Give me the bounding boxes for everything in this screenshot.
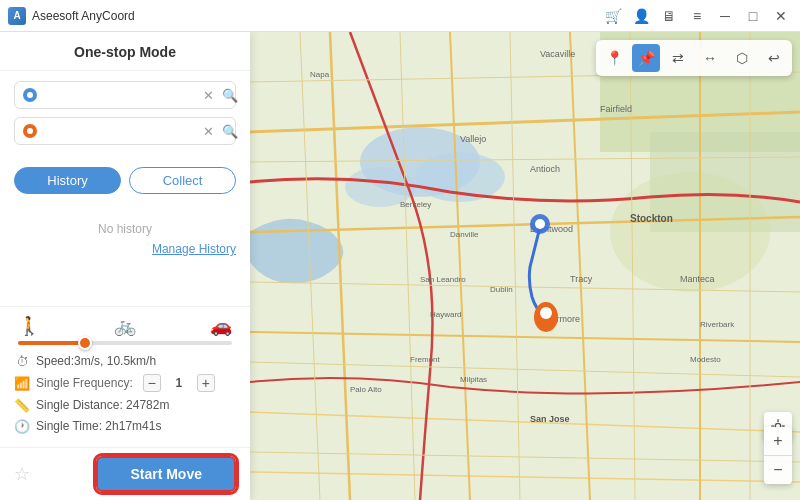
tab-collect[interactable]: Collect (129, 167, 236, 194)
map-shuffle-button[interactable]: ⇄ (664, 44, 692, 72)
svg-text:Hayward: Hayward (430, 310, 462, 319)
map-background: Vacaville Napa Fairfield Vallejo Antioch… (250, 32, 800, 500)
start-dot-inner (27, 92, 33, 98)
zoom-out-button[interactable]: − (764, 456, 792, 484)
svg-text:San Leandro: San Leandro (420, 275, 466, 284)
map-toolbar: 📍 📌 ⇄ ↔ ⬡ ↩ (596, 40, 792, 76)
start-search-button[interactable]: 🔍 (221, 86, 239, 104)
svg-text:Riverbark: Riverbark (700, 320, 735, 329)
frequency-decrease-button[interactable]: − (143, 374, 161, 392)
svg-text:Vallejo: Vallejo (460, 134, 486, 144)
slider-fill (18, 341, 82, 345)
distance-icon: 📏 (14, 397, 30, 413)
map-zoom-controls: + − (764, 427, 792, 484)
end-search-button[interactable]: 🔍 (221, 122, 239, 140)
svg-text:Milpitas: Milpitas (460, 375, 487, 384)
start-input-row: ✕ 🔍 (14, 81, 236, 109)
map-shape-button[interactable]: ⬡ (728, 44, 756, 72)
start-clear-button[interactable]: ✕ (199, 86, 217, 104)
slider-track[interactable] (18, 341, 232, 345)
distance-row: 📏 Single Distance: 24782m (14, 397, 236, 413)
history-area: No history Manage History (0, 202, 250, 306)
frequency-value: 1 (169, 376, 189, 390)
app-logo: A (8, 7, 26, 25)
user-icon[interactable]: 👤 (630, 5, 652, 27)
start-input-actions: ✕ 🔍 (199, 86, 239, 104)
close-button[interactable]: ✕ (770, 5, 792, 27)
no-history-text: No history (14, 222, 236, 236)
map-area[interactable]: Vacaville Napa Fairfield Vallejo Antioch… (250, 32, 800, 500)
svg-text:Vacaville: Vacaville (540, 49, 575, 59)
speed-label: Speed:3m/s, 10.5km/h (36, 354, 156, 368)
title-bar: A Aseesoft AnyCoord 🛒 👤 🖥 ≡ ─ □ ✕ (0, 0, 800, 32)
svg-text:Berkeley: Berkeley (400, 200, 431, 209)
monitor-icon[interactable]: 🖥 (658, 5, 680, 27)
svg-point-48 (535, 219, 545, 229)
title-bar-right: 🛒 👤 🖥 ≡ ─ □ ✕ (602, 5, 792, 27)
start-dot (23, 88, 37, 102)
tabs-section: History Collect (0, 159, 250, 202)
start-input[interactable] (43, 88, 193, 102)
svg-text:Dublin: Dublin (490, 285, 513, 294)
svg-text:Napa: Napa (310, 70, 330, 79)
frequency-label: Single Frequency: (36, 376, 133, 390)
map-location-pin-button[interactable]: 📍 (600, 44, 628, 72)
end-input-actions: ✕ 🔍 (199, 122, 239, 140)
favorite-button[interactable]: ☆ (14, 463, 30, 485)
controls-section: 🚶 🚲 🚗 ⏱ Speed:3m/s, 10.5km/h 📶 Single Fr… (0, 306, 250, 447)
maximize-button[interactable]: □ (742, 5, 764, 27)
end-clear-button[interactable]: ✕ (199, 122, 217, 140)
frequency-row: 📶 Single Frequency: − 1 + (14, 374, 236, 392)
map-back-button[interactable]: ↩ (760, 44, 788, 72)
svg-text:Danville: Danville (450, 230, 479, 239)
svg-text:Palo Alto: Palo Alto (350, 385, 382, 394)
svg-text:Manteca: Manteca (680, 274, 715, 284)
distance-label: Single Distance: 24782m (36, 398, 169, 412)
tab-history[interactable]: History (14, 167, 121, 194)
main-container: One-stop Mode ✕ 🔍 ✕ 🔍 (0, 32, 800, 500)
car-icon[interactable]: 🚗 (210, 315, 232, 337)
map-arrow-button[interactable]: ↔ (696, 44, 724, 72)
manage-history-link[interactable]: Manage History (14, 242, 236, 256)
frequency-increase-button[interactable]: + (197, 374, 215, 392)
svg-text:Fremont: Fremont (410, 355, 441, 364)
svg-point-50 (540, 307, 552, 319)
bottom-bar: ☆ Start Move (0, 447, 250, 500)
speed-slider-container (14, 341, 236, 345)
svg-text:Tracy: Tracy (570, 274, 593, 284)
end-dot (23, 124, 37, 138)
frequency-icon: 📶 (14, 375, 30, 391)
speed-icon: ⏱ (14, 353, 30, 369)
time-label: Single Time: 2h17m41s (36, 419, 161, 433)
slider-thumb[interactable] (78, 336, 92, 350)
frequency-control: − 1 + (143, 374, 215, 392)
svg-text:Modesto: Modesto (690, 355, 721, 364)
end-input[interactable] (43, 124, 193, 138)
transport-icons: 🚶 🚲 🚗 (14, 315, 236, 337)
svg-text:Antioch: Antioch (530, 164, 560, 174)
left-panel: One-stop Mode ✕ 🔍 ✕ 🔍 (0, 32, 250, 500)
time-row: 🕐 Single Time: 2h17m41s (14, 418, 236, 434)
bike-icon[interactable]: 🚲 (114, 315, 136, 337)
svg-text:Fairfield: Fairfield (600, 104, 632, 114)
speed-row: ⏱ Speed:3m/s, 10.5km/h (14, 353, 236, 369)
menu-icon[interactable]: ≡ (686, 5, 708, 27)
end-input-row: ✕ 🔍 (14, 117, 236, 145)
map-route-button[interactable]: 📌 (632, 44, 660, 72)
zoom-in-button[interactable]: + (764, 427, 792, 455)
time-icon: 🕐 (14, 418, 30, 434)
end-dot-inner (27, 128, 33, 134)
minimize-button[interactable]: ─ (714, 5, 736, 27)
svg-text:San Jose: San Jose (530, 414, 570, 424)
svg-text:Stockton: Stockton (630, 213, 673, 224)
app-title: Aseesoft AnyCoord (32, 9, 135, 23)
title-bar-left: A Aseesoft AnyCoord (8, 7, 135, 25)
start-move-button[interactable]: Start Move (96, 456, 236, 492)
cart-icon[interactable]: 🛒 (602, 5, 624, 27)
walk-icon[interactable]: 🚶 (18, 315, 40, 337)
panel-header: One-stop Mode (0, 32, 250, 71)
input-section: ✕ 🔍 ✕ 🔍 (0, 71, 250, 159)
